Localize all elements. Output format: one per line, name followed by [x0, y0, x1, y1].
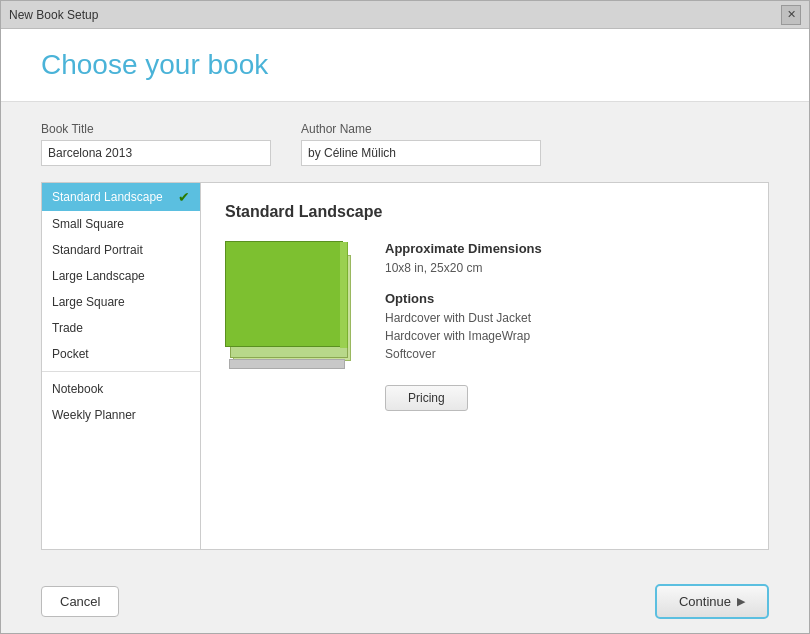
- header-section: Choose your book: [1, 29, 809, 102]
- list-item-weekly-planner[interactable]: Weekly Planner: [42, 402, 200, 428]
- main-window: New Book Setup ✕ Choose your book Book T…: [0, 0, 810, 634]
- page-title: Choose your book: [41, 49, 769, 81]
- list-item-label: Trade: [52, 321, 83, 335]
- options-text: Hardcover with Dust JacketHardcover with…: [385, 309, 744, 363]
- list-item-standard-portrait[interactable]: Standard Portrait: [42, 237, 200, 263]
- list-item-label: Notebook: [52, 382, 103, 396]
- options-heading: Options: [385, 291, 744, 306]
- author-label: Author Name: [301, 122, 541, 136]
- cancel-button[interactable]: Cancel: [41, 586, 119, 617]
- list-item-large-square[interactable]: Large Square: [42, 289, 200, 315]
- list-item-label: Large Square: [52, 295, 125, 309]
- book-title-input[interactable]: [41, 140, 271, 166]
- detail-content: Approximate Dimensions 10x8 in, 25x20 cm…: [225, 241, 744, 411]
- list-item-label: Standard Landscape: [52, 190, 163, 204]
- dimensions-heading: Approximate Dimensions: [385, 241, 744, 256]
- book-visual: [225, 241, 355, 351]
- form-row: Book Title Author Name: [41, 122, 769, 166]
- continue-button[interactable]: Continue ▶: [655, 584, 769, 619]
- list-item-large-landscape[interactable]: Large Landscape: [42, 263, 200, 289]
- window-title: New Book Setup: [9, 8, 98, 22]
- close-icon: ✕: [787, 8, 796, 21]
- detail-info: Approximate Dimensions 10x8 in, 25x20 cm…: [385, 241, 744, 411]
- list-item-label: Standard Portrait: [52, 243, 143, 257]
- content-area: Book Title Author Name Standard Landscap…: [1, 102, 809, 570]
- check-icon: ✔: [178, 189, 190, 205]
- author-group: Author Name: [301, 122, 541, 166]
- titlebar: New Book Setup ✕: [1, 1, 809, 29]
- book-title-group: Book Title: [41, 122, 271, 166]
- book-type-list: Standard Landscape ✔ Small Square Standa…: [41, 182, 201, 550]
- main-panel: Standard Landscape ✔ Small Square Standa…: [41, 182, 769, 550]
- list-item-trade[interactable]: Trade: [42, 315, 200, 341]
- pricing-button[interactable]: Pricing: [385, 385, 468, 411]
- footer: Cancel Continue ▶: [1, 570, 809, 633]
- list-item-label: Large Landscape: [52, 269, 145, 283]
- list-divider: [42, 371, 200, 372]
- detail-title: Standard Landscape: [225, 203, 744, 221]
- continue-arrow-icon: ▶: [737, 595, 745, 608]
- dimensions-value: 10x8 in, 25x20 cm: [385, 259, 744, 277]
- list-item-pocket[interactable]: Pocket: [42, 341, 200, 367]
- continue-label: Continue: [679, 594, 731, 609]
- list-item-notebook[interactable]: Notebook: [42, 376, 200, 402]
- list-item-small-square[interactable]: Small Square: [42, 211, 200, 237]
- list-item-label: Weekly Planner: [52, 408, 136, 422]
- book-title-label: Book Title: [41, 122, 271, 136]
- list-item-label: Small Square: [52, 217, 124, 231]
- close-button[interactable]: ✕: [781, 5, 801, 25]
- detail-panel: Standard Landscape: [201, 182, 769, 550]
- list-item-label: Pocket: [52, 347, 89, 361]
- author-input[interactable]: [301, 140, 541, 166]
- list-item-standard-landscape[interactable]: Standard Landscape ✔: [42, 183, 200, 211]
